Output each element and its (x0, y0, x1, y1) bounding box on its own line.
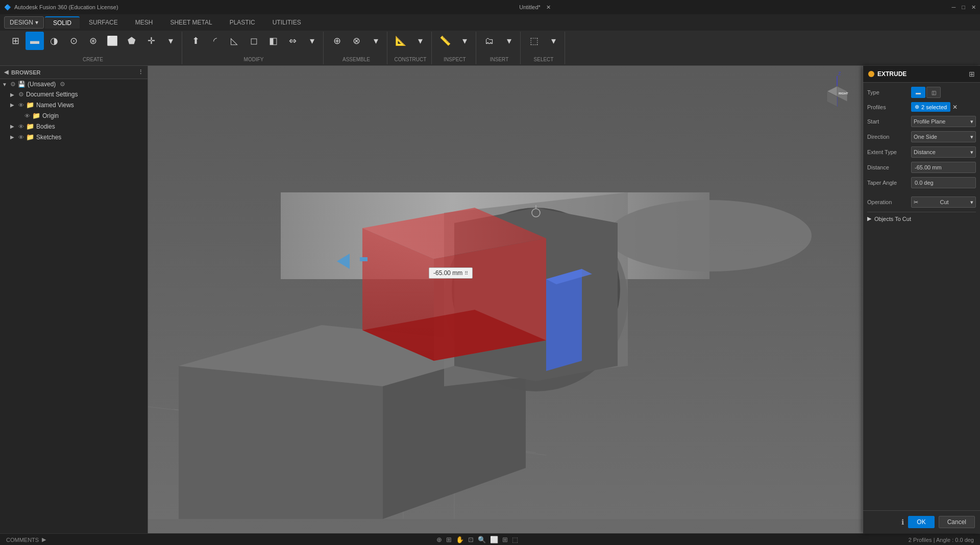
insert-mesh-btn[interactable]: 🗂 (480, 32, 499, 50)
extrude-btn[interactable]: ▬ (26, 32, 44, 50)
tab-sheet-metal[interactable]: SHEET METAL (162, 17, 220, 28)
zoom-fit-icon[interactable]: ⊡ (467, 536, 475, 543)
create-more-btn[interactable]: ▾ (161, 32, 180, 50)
distance-value: -65.00 mm (915, 164, 942, 170)
joint-origin-btn[interactable]: ⊗ (347, 32, 365, 50)
info-icon[interactable]: ℹ (901, 518, 904, 526)
press-pull-btn[interactable]: ⬆ (186, 32, 205, 50)
inspect-more-btn[interactable]: ▾ (455, 32, 474, 50)
tree-item-origin[interactable]: 👁 📁 Origin (0, 110, 148, 121)
cursor-icon: ⊕ (915, 104, 919, 110)
draft-btn[interactable]: ◧ (264, 32, 282, 50)
profiles-clear-btn[interactable]: ✕ (952, 104, 958, 111)
zoom-icon[interactable]: 🔍 (477, 536, 487, 543)
direction-row: Direction One Side ▾ (867, 131, 976, 142)
taper-angle-row: Taper Angle 0.0 deg (867, 177, 976, 188)
tab-surface[interactable]: SURFACE (81, 17, 126, 28)
construct-more-btn[interactable]: ▾ (411, 32, 429, 50)
tab-mesh[interactable]: MESH (127, 17, 161, 28)
svg-text:Z: Z (838, 71, 841, 76)
operation-arrow-icon: ▾ (970, 199, 973, 206)
viewport-cube[interactable]: Z RIGHT (817, 71, 857, 112)
select-more-btn[interactable]: ▾ (544, 32, 562, 50)
chamfer-btn[interactable]: ◺ (225, 32, 243, 50)
operation-select[interactable]: ✂ Cut ▾ (911, 196, 976, 208)
folder-icon-root: ⚙ (10, 81, 16, 88)
assemble-label: ASSEMBLE (342, 57, 370, 62)
svg-rect-28 (360, 257, 368, 261)
window-controls[interactable]: ─ □ ✕ (952, 4, 976, 11)
scale-btn[interactable]: ⇔ (283, 32, 302, 50)
cylinder-btn[interactable]: ⬟ (122, 32, 141, 50)
doc-title-text: Untitled* (519, 4, 541, 10)
comments-expand-icon[interactable]: ▶ (42, 536, 46, 543)
panel-pin-icon[interactable]: ⊞ (969, 70, 975, 78)
display-settings-icon[interactable]: ⬜ (489, 536, 499, 543)
view-cube-icon[interactable]: ⬚ (511, 536, 519, 543)
inspect-tools: 📏 ▾ (436, 32, 474, 50)
tab-utilities[interactable]: UTILITIES (264, 17, 309, 28)
extrude-panel: EXTRUDE ⊞ Type ▬ ◫ Profiles ⊕ 2 selected (863, 66, 980, 533)
modify-more-btn[interactable]: ▾ (303, 32, 321, 50)
shell-btn[interactable]: ◻ (244, 32, 263, 50)
grid-icon[interactable]: ⊞ (501, 536, 509, 543)
extent-arrow-icon: ▾ (970, 149, 973, 156)
toolbar: ⊞ ▬ ◑ ⊙ ⊛ ⬜ ⬟ ✛ ▾ CREATE ⬆ ◜ ◺ ◻ ◧ ⇔ ▾ (0, 31, 980, 66)
objects-toggle-btn[interactable]: ▶ Objects To Cut (867, 215, 976, 222)
tree-item-root[interactable]: ▼ ⚙ 💾 (Unsaved) ⚙ (0, 79, 148, 89)
app-logo-icon: 🔷 (4, 4, 11, 11)
box-btn[interactable]: ⬜ (103, 32, 121, 50)
modify-label: MODIFY (244, 57, 264, 62)
tree-item-doc-settings[interactable]: ▶ ⚙ Document Settings (0, 89, 148, 100)
ok-button[interactable]: OK (908, 516, 934, 528)
close-icon-x[interactable]: ✕ (546, 4, 551, 10)
type-solid-btn[interactable]: ▬ (911, 87, 925, 98)
tree-item-bodies[interactable]: ▶ 👁 📁 Bodies (0, 121, 148, 132)
measure-btn[interactable]: 📏 (436, 32, 454, 50)
cancel-button[interactable]: Cancel (939, 516, 975, 528)
minimize-btn[interactable]: ─ (952, 4, 956, 11)
new-component-btn[interactable]: ⊞ (6, 32, 24, 50)
snap-icon[interactable]: ⊕ (435, 536, 443, 543)
taper-angle-input[interactable]: 0.0 deg (911, 177, 976, 188)
pan-icon[interactable]: ✋ (455, 536, 465, 543)
svg-marker-12 (179, 366, 383, 519)
sidebar-options-icon[interactable]: ⋮ (138, 69, 143, 76)
design-label: DESIGN (10, 19, 33, 26)
maximize-btn[interactable]: □ (962, 4, 965, 11)
tab-plastic[interactable]: PLASTIC (222, 17, 263, 28)
titlebar: 🔷 Autodesk Fusion 360 (Education License… (0, 0, 980, 14)
extent-type-label: Extent Type (867, 149, 908, 155)
profiles-selected-btn[interactable]: ⊕ 2 selected (911, 102, 950, 112)
extent-type-select[interactable]: Distance ▾ (911, 146, 976, 158)
profiles-label: Profiles (867, 104, 908, 110)
tab-solid[interactable]: SOLID (45, 16, 80, 29)
fillet-btn[interactable]: ◜ (206, 32, 224, 50)
grid-snap-icon[interactable]: ⊞ (445, 536, 453, 543)
start-select[interactable]: Profile Plane ▾ (911, 116, 976, 127)
objects-section: ▶ Objects To Cut (867, 212, 976, 222)
sidebar-collapse-icon[interactable]: ◀ (4, 69, 8, 76)
type-surface-btn[interactable]: ◫ (926, 87, 941, 98)
tree-item-named-views[interactable]: ▶ 👁 📁 Named Views (0, 100, 148, 110)
revolve-btn[interactable]: ◑ (45, 32, 63, 50)
viewport-3d[interactable]: -65.00 mm ⠿ Z RIGHT (148, 66, 863, 533)
insert-tools: 🗂 ▾ (480, 32, 518, 50)
direction-select[interactable]: One Side ▾ (911, 131, 976, 142)
tree-item-sketches[interactable]: ▶ 👁 📁 Sketches (0, 132, 148, 142)
distance-label: Distance (867, 164, 908, 170)
design-dropdown[interactable]: DESIGN ▾ (4, 16, 44, 29)
close-btn[interactable]: ✕ (971, 4, 976, 11)
insert-more-btn[interactable]: ▾ (500, 32, 518, 50)
start-row: Start Profile Plane ▾ (867, 116, 976, 127)
distance-input[interactable]: -65.00 mm (911, 162, 976, 173)
thread-btn[interactable]: ⊛ (84, 32, 102, 50)
move-btn[interactable]: ✛ (142, 32, 160, 50)
assemble-more-btn[interactable]: ▾ (366, 32, 385, 50)
hole-btn[interactable]: ⊙ (64, 32, 83, 50)
eye-icon-origin: 👁 (24, 113, 30, 119)
select-btn[interactable]: ⬚ (525, 32, 543, 50)
new-joint-btn[interactable]: ⊕ (328, 32, 346, 50)
extrude-circle-icon (868, 71, 874, 77)
offset-plane-btn[interactable]: 📐 (391, 32, 410, 50)
